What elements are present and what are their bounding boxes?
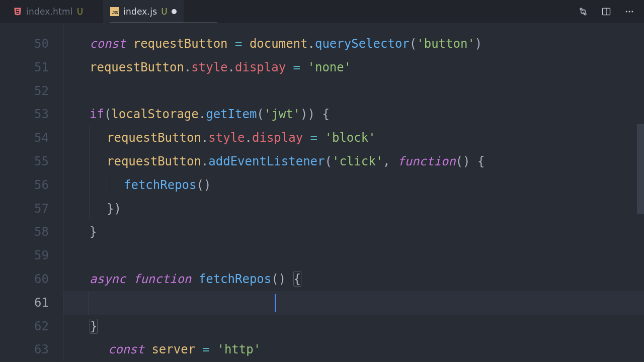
code-editor[interactable]: 50 51 52 53 54 55 56 57 58 59 60 61 62 6… [0,23,644,362]
code-line-current[interactable]: const server = 'http' [63,291,644,315]
svg-point-8 [631,11,633,13]
code-line[interactable]: } [64,315,644,338]
code-line[interactable]: } [64,220,644,244]
code-line-empty[interactable] [64,338,644,361]
svg-point-6 [626,11,627,13]
code-line[interactable]: requestButton.addEventListener('click', … [64,150,644,173]
html-file-icon [13,7,22,16]
code-line[interactable]: const requestButton = document.querySele… [64,32,644,56]
code-line[interactable]: requestButton.style.display = 'block' [64,126,644,150]
line-number: 55 [0,150,49,173]
svg-text:JS: JS [112,10,118,15]
dirty-indicator-icon [172,9,177,14]
line-number: 56 [0,173,49,197]
code-line-empty[interactable] [64,244,644,267]
svg-point-3 [584,13,586,15]
code-line[interactable]: }) [64,197,644,221]
code-line[interactable]: fetchRepos() [64,173,644,197]
code-line[interactable]: async function fetchRepos() { [64,267,644,291]
tab-label: index.js [123,7,157,17]
line-number-gutter: 50 51 52 53 54 55 56 57 58 59 60 61 62 6… [0,23,63,362]
line-number: 62 [0,315,49,338]
tab-label: index.html [26,7,73,17]
svg-point-7 [629,11,630,13]
line-number: 60 [0,267,49,291]
line-number-current: 61 [0,291,49,315]
line-number: 58 [0,220,49,244]
line-number: 57 [0,197,49,221]
line-number: 51 [0,56,49,79]
line-number: 59 [0,244,49,267]
line-number: 53 [0,103,49,126]
more-actions-icon[interactable] [624,6,635,17]
git-status-untracked: U [161,7,167,17]
tab-index-html[interactable]: index.html U [6,0,90,23]
scrollbar-thumb[interactable] [637,124,644,214]
line-number: 63 [0,338,49,361]
js-file-icon: JS [110,7,119,16]
tab-index-js[interactable]: JS index.js U [103,0,184,23]
svg-point-2 [580,8,582,10]
line-number: 50 [0,32,49,56]
tab-bar: index.html U JS index.js U [0,0,644,23]
code-content[interactable]: const requestButton = document.querySele… [63,23,644,362]
line-number: 54 [0,126,49,150]
text-cursor [275,294,276,312]
code-line[interactable]: if(localStorage.getItem('jwt')) { [64,103,644,126]
editor-actions [578,0,640,23]
code-line[interactable]: requestButton.style.display = 'none' [64,56,644,79]
split-editor-icon[interactable] [601,6,612,17]
git-status-untracked: U [77,7,83,17]
line-number: 52 [0,79,49,103]
code-line-empty[interactable] [64,79,644,103]
compare-changes-icon[interactable] [578,6,589,17]
